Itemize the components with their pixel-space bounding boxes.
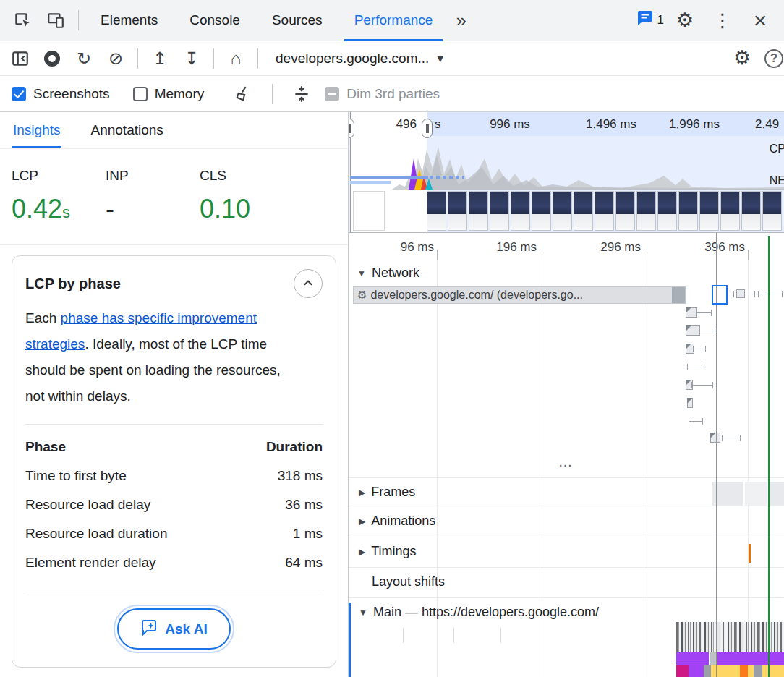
capture-settings-gear-icon[interactable]: ⚙ [726, 44, 758, 73]
filmstrip-thumbnail[interactable] [553, 191, 572, 231]
tab-console[interactable]: Console [174, 0, 256, 41]
network-timing-whisker[interactable] [733, 294, 755, 294]
network-timing-whisker[interactable] [758, 294, 783, 294]
metric-lcp[interactable]: LCP 0.42s [12, 168, 106, 224]
timing-marker[interactable] [749, 544, 751, 563]
collapse-card-button[interactable] [294, 269, 323, 298]
network-timing-whisker[interactable] [687, 367, 704, 367]
capture-options-toolbar: Screenshots Memory Dim 3rd parties [0, 76, 784, 112]
flame-segment[interactable] [717, 652, 784, 665]
track-label: Layout shifts [372, 574, 445, 589]
filmstrip-thumbnail[interactable] [574, 191, 593, 231]
frame-block[interactable] [745, 482, 767, 506]
track-timings[interactable]: ▶ Timings [359, 544, 417, 559]
track-animations[interactable]: ▶ Animations [359, 514, 435, 529]
collect-garbage-icon[interactable] [227, 80, 259, 108]
inspect-element-icon[interactable] [6, 4, 39, 37]
filmstrip-thumbnail[interactable] [678, 191, 698, 231]
flame-segment[interactable] [711, 665, 740, 677]
help-icon[interactable]: ? [758, 44, 784, 73]
flame-segment[interactable] [748, 665, 754, 677]
memory-checkbox[interactable] [133, 87, 148, 101]
table-row: Time to first byte318 ms [25, 461, 323, 490]
tab-performance[interactable]: Performance [338, 0, 449, 41]
flame-segment[interactable] [676, 665, 689, 677]
toggle-sidebar-icon[interactable] [4, 44, 36, 73]
network-timing-whisker[interactable] [691, 385, 713, 386]
overview-ruler-label: 1,996 ms [662, 117, 727, 132]
tab-elements[interactable]: Elements [85, 0, 174, 41]
ask-ai-button[interactable]: Ask AI [117, 608, 230, 650]
track-main-thread[interactable]: ▼ Main — https://developers.google.com/ [359, 605, 599, 620]
flame-segment[interactable] [710, 652, 716, 665]
window-left-handle[interactable] [349, 119, 354, 138]
network-timing-whisker[interactable] [693, 349, 706, 349]
flame-segment[interactable] [676, 652, 709, 665]
screenshots-checkbox[interactable] [12, 87, 26, 101]
console-messages-button[interactable]: 1 [636, 4, 664, 37]
dim-third-parties-checkbox[interactable] [325, 87, 339, 101]
upload-profile-icon[interactable]: ↥ [144, 44, 176, 73]
filmstrip-thumbnail[interactable] [741, 191, 761, 231]
flame-segment[interactable] [689, 665, 704, 677]
network-timing-whisker[interactable] [699, 331, 717, 331]
filmstrip-thumbnail[interactable] [657, 191, 677, 231]
network-timing-whisker[interactable] [696, 312, 712, 313]
tab-sources[interactable]: Sources [256, 0, 338, 41]
flame-segment[interactable] [740, 665, 748, 677]
screenshots-label: Screenshots [33, 86, 110, 102]
download-profile-icon[interactable]: ↧ [176, 44, 208, 73]
filmstrip-thumbnail[interactable] [762, 191, 782, 231]
memory-checkbox-group[interactable]: Memory [133, 86, 205, 102]
filmstrip-thumbnail[interactable] [595, 191, 614, 231]
flame-minor-tick [403, 628, 404, 643]
screenshots-checkbox-group[interactable]: Screenshots [12, 86, 110, 102]
settings-gear-icon[interactable]: ⚙ [668, 4, 702, 37]
filmstrip-thumbnail[interactable] [469, 191, 488, 231]
filmstrip-thumbnail[interactable] [511, 191, 530, 231]
filmstrip-thumbnail[interactable] [490, 191, 509, 231]
frame-block[interactable] [712, 482, 743, 506]
close-icon[interactable]: × [743, 4, 777, 37]
device-toolbar-icon[interactable] [39, 4, 72, 37]
track-frames[interactable]: ▶ Frames [359, 485, 415, 500]
origin-selector[interactable]: developers.google.com... ▼ [264, 44, 457, 73]
frame-block[interactable] [769, 482, 784, 506]
network-request-bar[interactable] [710, 433, 720, 443]
dim-third-parties-group[interactable]: Dim 3rd parties [325, 86, 440, 102]
track-resize-handle[interactable]: … [349, 454, 784, 470]
network-request-bar[interactable] [686, 325, 700, 336]
network-timing-whisker[interactable] [689, 421, 703, 422]
metric-label: CLS [200, 168, 294, 184]
network-request-bar[interactable] [687, 398, 693, 408]
track-network[interactable]: ▼ Network [357, 265, 419, 281]
filmstrip-thumbnail[interactable] [532, 191, 551, 231]
track-layout-shifts[interactable]: Layout shifts [372, 574, 445, 589]
filmstrip-thumbnail[interactable] [699, 191, 719, 231]
timeline-overview[interactable]: 496 s 996 ms 1,496 ms 1,996 ms 2,49 CP [349, 112, 784, 233]
filmstrip-thumbnail[interactable] [636, 191, 656, 231]
separator [137, 48, 138, 69]
kebab-menu-icon[interactable]: ⋮ [706, 4, 739, 37]
filmstrip-thumbnail[interactable] [353, 191, 385, 231]
tab-annotations[interactable]: Annotations [89, 112, 164, 148]
metric-cls[interactable]: CLS 0.10 [200, 168, 294, 224]
filmstrip-thumbnail[interactable] [448, 191, 467, 231]
flame-segment[interactable] [754, 665, 762, 677]
filmstrip-thumbnail[interactable] [615, 191, 635, 231]
metric-inp[interactable]: INP - [106, 168, 200, 224]
home-icon[interactable]: ⌂ [220, 44, 252, 73]
network-timing-whisker[interactable] [722, 438, 741, 438]
tab-insights[interactable]: Insights [12, 112, 61, 148]
filmstrip-thumbnail[interactable] [720, 191, 740, 231]
collapse-tracks-icon[interactable] [286, 80, 318, 108]
window-right-handle[interactable] [422, 119, 433, 138]
reload-and-record-icon[interactable]: ↻ [68, 44, 100, 73]
filmstrip-thumbnail[interactable] [427, 191, 446, 231]
record-button[interactable] [36, 44, 68, 73]
flame-segment[interactable] [762, 665, 784, 677]
clear-icon[interactable]: ⊘ [100, 44, 132, 73]
flame-segment[interactable] [704, 665, 711, 677]
more-tabs-icon[interactable]: » [448, 9, 473, 32]
network-request-main-document[interactable]: ⚙ developers.google.com/ (developers.go.… [353, 286, 686, 304]
